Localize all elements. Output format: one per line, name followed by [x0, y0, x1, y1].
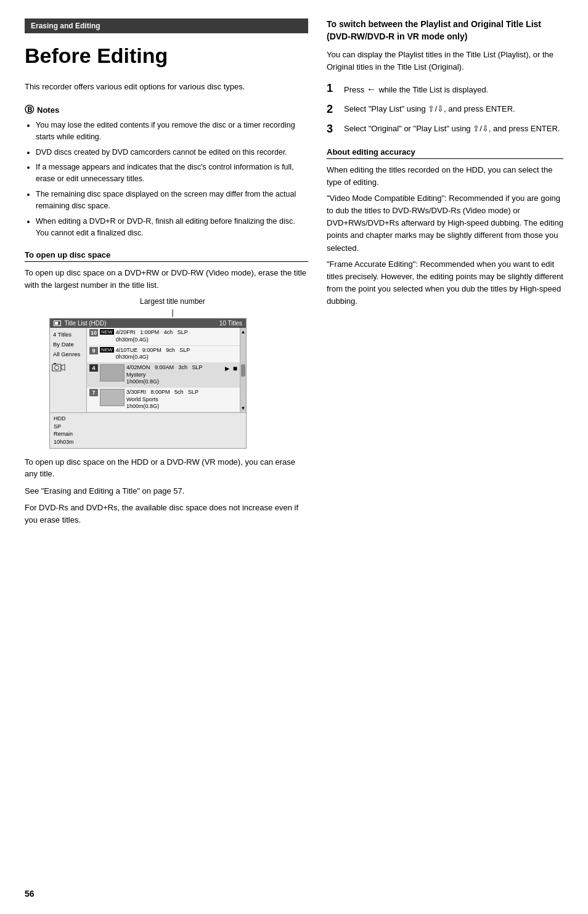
tl-header-icon	[54, 320, 61, 326]
switch-playlist-title: To switch between the Playlist and Origi…	[327, 18, 563, 43]
tl-sidebar-item: 4 Titles	[52, 330, 84, 338]
thumbnail	[100, 389, 125, 406]
scroll-down-arrow[interactable]: ▼	[241, 406, 246, 411]
about-editing-para3: "Frame Accurate Editing": Recommended wh…	[327, 258, 563, 308]
tl-header-title: Title List (HDD)	[65, 320, 107, 327]
entry-num: 9	[89, 347, 98, 354]
section-header: Erasing and Editing	[25, 18, 308, 33]
table-row: 7 3/30FRI 8:00PM 5ch SLP	[87, 388, 240, 412]
camera-icon	[52, 362, 65, 373]
notes-section: Ⓑ Notes You may lose the edited contents…	[25, 104, 308, 239]
title-list-box: Title List (HDD) 10 Titles 4 Titles By D…	[49, 318, 247, 448]
notes-icon: Ⓑ	[25, 104, 34, 116]
scroll-right-icon: ►	[224, 364, 231, 373]
right-column: To switch between the Playlist and Origi…	[327, 18, 563, 883]
scroll-thumb	[241, 364, 245, 377]
list-item: When editing a DVD+R or DVD-R, finish al…	[36, 216, 308, 240]
tl-header-left: Title List (HDD)	[54, 320, 107, 327]
scroll-right-icon2: ■	[233, 364, 237, 373]
new-badge: NEW	[100, 329, 114, 335]
tl-left-panel: 4 Titles By Date All Genres	[50, 328, 87, 412]
notes-title: Ⓑ Notes	[25, 104, 308, 116]
open-disc-space-title: To open up disc space	[25, 250, 308, 262]
thumbnail	[100, 364, 125, 382]
page-number: 56	[25, 889, 35, 899]
about-editing-para1: When editing the titles recorded on the …	[327, 164, 563, 189]
notes-title-text: Notes	[37, 105, 59, 115]
tl-sidebar: 4 Titles By Date All Genres	[50, 328, 246, 412]
step-number: 1	[327, 82, 339, 96]
intro-text: This recorder offers various edit option…	[25, 81, 308, 93]
tl-bottom: HDD SP Remain 10h03m	[50, 412, 246, 447]
list-item: DVD discs created by DVD camcorders cann…	[36, 147, 308, 158]
tl-bottom-info: HDD SP Remain 10h03m	[54, 415, 74, 446]
updown-arrows-icon: ⇧/⇩	[428, 104, 444, 113]
open-disc-space-text1: To open up disc space on a DVD+RW or DVD…	[25, 267, 308, 291]
step-item: 3 Select "Original" or "Play List" using…	[327, 123, 563, 136]
step-number: 2	[327, 103, 339, 116]
tl-header-count: 10 Titles	[219, 320, 242, 327]
tl-sidebar-item: All Genres	[52, 350, 84, 358]
open-disc-text4: For DVD-Rs and DVD+Rs, the available dis…	[25, 502, 308, 526]
entry-info: 4/10TUE 9:00PM 9ch SLP 0h30m(0.4G)	[116, 347, 237, 361]
open-disc-text2: To open up disc space on the HDD or a DV…	[25, 456, 308, 480]
svg-point-1	[55, 365, 59, 370]
tl-header: Title List (HDD) 10 Titles	[50, 319, 246, 328]
notes-list: You may lose the edited contents if you …	[25, 120, 308, 239]
switch-playlist-intro: You can display the Playlist titles in t…	[327, 49, 563, 73]
open-disc-text3: See "Erasing and Editing a Title" on pag…	[25, 485, 308, 497]
scroll-up-arrow[interactable]: ▲	[241, 329, 246, 335]
about-editing-title: About editing accuracy	[327, 147, 563, 159]
new-badge: NEW	[100, 347, 114, 353]
diagram-label: Largest title number	[37, 297, 308, 306]
entry-num: 7	[89, 389, 98, 396]
page-title: Before Editing	[25, 44, 308, 67]
list-item: You may lose the edited contents if you …	[36, 120, 308, 144]
table-row: 10 NEW 4/20FRI 1:00PM 4ch SLP	[87, 328, 240, 345]
step-item: 1 Press ← while the Title List is displa…	[327, 82, 563, 97]
page: Erasing and Editing Before Editing This …	[0, 0, 588, 914]
section-header-text: Erasing and Editing	[31, 22, 100, 30]
arrow-left-icon: ←	[367, 84, 377, 94]
svg-rect-2	[54, 363, 56, 364]
updown-arrows-icon2: ⇧/⇩	[473, 124, 489, 133]
scrollbar[interactable]: ▲ ▼	[240, 328, 246, 412]
tl-sidebar-item: By Date	[52, 340, 84, 348]
diagram-area: Largest title number | Title List (HDD) …	[49, 297, 308, 448]
about-editing-para2: "Video Mode Compatible Editing": Recomme…	[327, 192, 563, 255]
entry-info: 3/30FRI 8:00PM 5ch SLP World Sports	[126, 389, 237, 410]
step-text: Press ← while the Title List is displaye…	[344, 82, 563, 97]
list-item: The remaining disc space displayed on th…	[36, 189, 308, 213]
entry-num: 10	[89, 329, 98, 337]
list-item: If a message appears and indicates that …	[36, 161, 308, 186]
entry-info: 4/02MON 9:00AM 3ch SLP Mystery 1	[126, 364, 222, 386]
entry-info: 4/20FRI 1:00PM 4ch SLP 0h30m(0.4G)	[116, 329, 237, 343]
tl-icon-area	[52, 362, 84, 374]
step-number: 3	[327, 123, 339, 136]
table-row: 4 4/02MON 9:00AM 3ch SLP	[87, 363, 240, 388]
left-column: Erasing and Editing Before Editing This …	[25, 18, 308, 883]
arrow-down-indicator: |	[37, 308, 308, 317]
steps-list: 1 Press ← while the Title List is displa…	[327, 82, 563, 136]
step-item: 2 Select "Play List" using ⇧/⇩, and pres…	[327, 103, 563, 116]
step-text: Select "Play List" using ⇧/⇩, and press …	[344, 103, 563, 115]
entry-num: 4	[89, 364, 98, 372]
tl-entries: 10 NEW 4/20FRI 1:00PM 4ch SLP	[87, 328, 240, 412]
svg-marker-3	[61, 364, 65, 370]
table-row: 9 NEW 4/10TUE 9:00PM 9ch SLP	[87, 346, 240, 363]
step-text: Select "Original" or "Play List" using ⇧…	[344, 123, 563, 135]
